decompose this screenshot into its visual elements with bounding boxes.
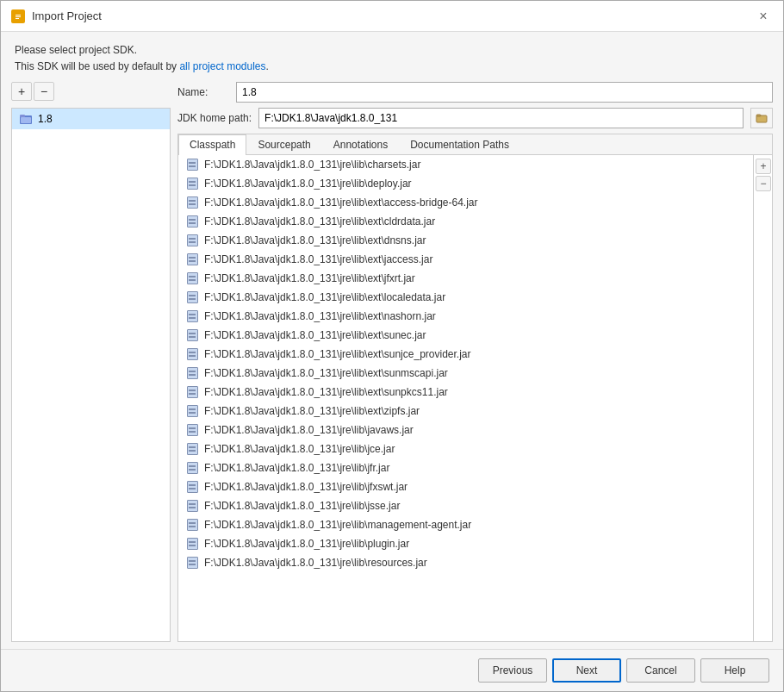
jar-path-text: F:\JDK1.8\Java\jdk1.8.0_131\jre\lib\ext\… [204,348,471,360]
jar-file-icon [185,271,199,285]
jar-path-text: F:\JDK1.8\Java\jdk1.8.0_131\jre\lib\ext\… [204,253,432,265]
jar-path-text: F:\JDK1.8\Java\jdk1.8.0_131\jre\lib\ext\… [204,386,448,398]
jar-item[interactable]: F:\JDK1.8\Java\jdk1.8.0_131\jre\lib\ext\… [178,402,753,421]
title-bar-left: Import Project [11,9,102,23]
tabs-container: Classpath Sourcepath Annotations Documen… [177,134,773,642]
jar-file-icon [185,215,199,228]
jar-path-text: F:\JDK1.8\Java\jdk1.8.0_131\jre\lib\jfxs… [204,481,408,493]
jar-file-icon [185,366,199,380]
jar-path-text: F:\JDK1.8\Java\jdk1.8.0_131\jre\lib\ext\… [204,234,426,246]
jar-path-text: F:\JDK1.8\Java\jdk1.8.0_131\jre\lib\depl… [204,178,412,190]
main-content: + − 1.8 Name [1,82,783,649]
tab-annotations[interactable]: Annotations [322,134,399,154]
jar-path-text: F:\JDK1.8\Java\jdk1.8.0_131\jre\lib\plug… [204,538,409,550]
app-icon [11,9,25,23]
description-area: Please select project SDK. This SDK will… [1,32,783,82]
sdk-tree-item[interactable]: 1.8 [12,109,170,129]
next-button[interactable]: Next [552,658,621,683]
import-project-dialog: Import Project × Please select project S… [0,0,784,692]
jar-file-icon [185,290,199,304]
jar-item[interactable]: F:\JDK1.8\Java\jdk1.8.0_131\jre\lib\plug… [178,534,753,553]
jar-path-text: F:\JDK1.8\Java\jdk1.8.0_131\jre\lib\java… [204,424,414,436]
tab-classpath[interactable]: Classpath [178,134,246,155]
jdk-browse-button[interactable] [750,108,773,128]
jar-file-icon [185,480,199,494]
right-panel: Name: JDK home path: Classpath [177,82,773,642]
svg-rect-5 [20,115,25,117]
jar-item[interactable]: F:\JDK1.8\Java\jdk1.8.0_131\jre\lib\jsse… [178,496,753,515]
tab-documentation[interactable]: Documentation Paths [399,134,520,154]
jar-path-text: F:\JDK1.8\Java\jdk1.8.0_131\jre\lib\char… [204,159,420,171]
jar-file-icon [185,537,199,551]
jar-item[interactable]: F:\JDK1.8\Java\jdk1.8.0_131\jre\lib\ext\… [178,250,753,269]
jar-item[interactable]: F:\JDK1.8\Java\jdk1.8.0_131\jre\lib\ext\… [178,193,753,212]
jar-item[interactable]: F:\JDK1.8\Java\jdk1.8.0_131\jre\lib\ext\… [178,345,753,364]
jar-file-icon [185,461,199,475]
footer: Previous Next Cancel Help [1,649,783,691]
jar-item[interactable]: F:\JDK1.8\Java\jdk1.8.0_131\jre\lib\reso… [178,553,753,572]
dialog-title: Import Project [32,9,102,22]
tabs-bar: Classpath Sourcepath Annotations Documen… [178,134,772,155]
previous-button[interactable]: Previous [478,658,547,683]
left-panel: + − 1.8 [11,82,171,642]
jar-path-text: F:\JDK1.8\Java\jdk1.8.0_131\jre\lib\reso… [204,557,427,569]
jar-file-icon [185,404,199,418]
description-line2: This SDK will be used by default by all … [15,59,769,75]
add-sdk-button[interactable]: + [11,82,32,101]
jar-side-toolbar: + − [753,155,772,641]
svg-rect-2 [16,16,21,17]
sdk-item-label: 1.8 [38,113,53,125]
tab-sourcepath[interactable]: Sourcepath [246,134,321,154]
close-button[interactable]: × [754,7,773,26]
jar-file-icon [185,234,199,247]
jar-path-text: F:\JDK1.8\Java\jdk1.8.0_131\jre\lib\jce.… [204,443,395,455]
jar-item[interactable]: F:\JDK1.8\Java\jdk1.8.0_131\jre\lib\depl… [178,174,753,193]
sdk-tree: 1.8 [11,108,171,642]
jdk-label: JDK home path: [177,112,252,124]
svg-rect-1 [16,15,21,16]
jar-item[interactable]: F:\JDK1.8\Java\jdk1.8.0_131\jre\lib\ext\… [178,231,753,250]
jar-item[interactable]: F:\JDK1.8\Java\jdk1.8.0_131\jre\lib\ext\… [178,326,753,345]
help-button[interactable]: Help [700,658,769,683]
jar-item[interactable]: F:\JDK1.8\Java\jdk1.8.0_131\jre\lib\ext\… [178,307,753,326]
svg-rect-6 [21,117,31,123]
svg-rect-3 [16,18,19,19]
jar-file-icon [185,442,199,456]
jar-path-text: F:\JDK1.8\Java\jdk1.8.0_131\jre\lib\ext\… [204,329,426,341]
jar-file-icon [185,385,199,399]
jar-item[interactable]: F:\JDK1.8\Java\jdk1.8.0_131\jre\lib\char… [178,155,753,174]
jar-item[interactable]: F:\JDK1.8\Java\jdk1.8.0_131\jre\lib\ext\… [178,288,753,307]
name-input[interactable] [236,82,773,103]
jar-item[interactable]: F:\JDK1.8\Java\jdk1.8.0_131\jre\lib\mana… [178,515,753,534]
description-suffix: . [266,60,269,72]
sdk-folder-icon [19,112,33,126]
jar-path-text: F:\JDK1.8\Java\jdk1.8.0_131\jre\lib\ext\… [204,405,420,417]
jar-item[interactable]: F:\JDK1.8\Java\jdk1.8.0_131\jre\lib\ext\… [178,364,753,383]
name-row: Name: [177,82,773,103]
jar-item[interactable]: F:\JDK1.8\Java\jdk1.8.0_131\jre\lib\ext\… [178,212,753,231]
cancel-button[interactable]: Cancel [626,658,695,683]
jdk-row: JDK home path: [177,108,773,128]
jar-item[interactable]: F:\JDK1.8\Java\jdk1.8.0_131\jre\lib\ext\… [178,383,753,402]
jar-list-container[interactable]: F:\JDK1.8\Java\jdk1.8.0_131\jre\lib\char… [178,155,753,641]
remove-sdk-button[interactable]: − [34,82,54,101]
project-modules-link[interactable]: all project modules [179,60,265,72]
jar-path-text: F:\JDK1.8\Java\jdk1.8.0_131\jre\lib\ext\… [204,215,435,228]
jar-path-text: F:\JDK1.8\Java\jdk1.8.0_131\jre\lib\ext\… [204,196,478,209]
jar-remove-button[interactable]: − [756,176,771,191]
jar-file-icon [185,328,199,342]
svg-rect-8 [756,115,761,116]
jar-item[interactable]: F:\JDK1.8\Java\jdk1.8.0_131\jre\lib\jce.… [178,440,753,458]
jar-add-button[interactable]: + [756,159,771,174]
jar-item[interactable]: F:\JDK1.8\Java\jdk1.8.0_131\jre\lib\jfxs… [178,477,753,496]
jar-item[interactable]: F:\JDK1.8\Java\jdk1.8.0_131\jre\lib\ext\… [178,269,753,288]
description-line1: Please select project SDK. [15,42,769,59]
jar-item[interactable]: F:\JDK1.8\Java\jdk1.8.0_131\jre\lib\jfr.… [178,458,753,477]
jar-item[interactable]: F:\JDK1.8\Java\jdk1.8.0_131\jre\lib\java… [178,421,753,440]
tab-content-classpath: F:\JDK1.8\Java\jdk1.8.0_131\jre\lib\char… [178,155,772,641]
jar-file-icon [185,518,199,532]
jdk-path-input[interactable] [258,108,744,128]
jar-file-icon [185,556,199,570]
jar-path-text: F:\JDK1.8\Java\jdk1.8.0_131\jre\lib\jsse… [204,500,400,512]
title-bar: Import Project × [1,1,783,32]
